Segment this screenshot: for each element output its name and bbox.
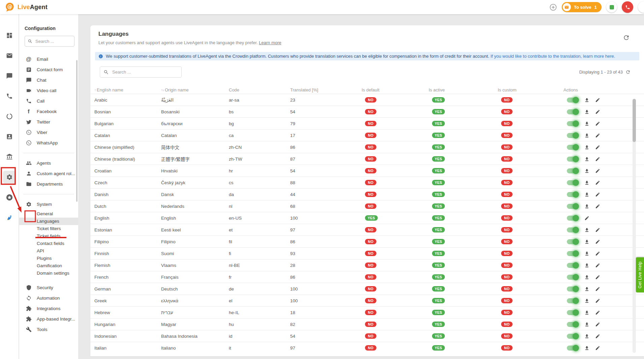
sidebar-subitem-gamification[interactable]: Gamification [23, 262, 78, 270]
active-toggle[interactable] [567, 168, 579, 173]
rail-item-phone[interactable] [4, 90, 15, 102]
edit-icon[interactable] [595, 263, 600, 268]
edit-icon[interactable] [595, 133, 600, 138]
sidebar-subitem-ticket-fields[interactable]: Ticket fields [23, 232, 78, 240]
sidebar-item-contact-form[interactable]: Contact form [23, 64, 78, 75]
edit-icon[interactable] [584, 216, 589, 221]
rail-item-dashboard[interactable] [4, 30, 15, 41]
edit-icon[interactable] [595, 121, 600, 126]
sidebar-item-video-call[interactable]: Video call [23, 85, 78, 96]
sidebar-item-call[interactable]: Call [23, 96, 78, 106]
download-icon[interactable] [584, 334, 589, 339]
download-icon[interactable] [584, 145, 589, 150]
sidebar-item-whatsapp[interactable]: WhatsApp [23, 138, 78, 148]
active-toggle[interactable] [567, 121, 579, 126]
edit-icon[interactable] [595, 180, 600, 185]
table-row[interactable]: Hungarian Magyar hu 82 NO YES NO [90, 318, 644, 330]
sidebar-item-departments[interactable]: Departments [23, 179, 78, 189]
edit-icon[interactable] [595, 286, 600, 292]
edit-icon[interactable] [595, 145, 600, 150]
edit-icon[interactable] [595, 251, 600, 256]
table-row[interactable]: Greek ελληνικά el 100 NO YES NO [90, 295, 644, 306]
sidebar-subitem-languages[interactable]: Languages [19, 218, 78, 225]
table-row[interactable]: English English en-US 100 YES YES NO [90, 212, 644, 224]
table-row[interactable]: Catalan Catalan ca 17 NO YES NO [90, 129, 644, 141]
sidebar-search-input[interactable] [35, 38, 71, 44]
agent-status-button[interactable] [638, 1, 644, 13]
table-row[interactable]: Indonesian Bahasa Indonesia id 54 NO YES… [90, 330, 644, 342]
download-icon[interactable] [584, 322, 589, 327]
edit-icon[interactable] [595, 98, 600, 103]
sidebar-item-integrations[interactable]: Integrations [23, 303, 78, 314]
table-row[interactable]: Bosnian Bosanski bs 54 NO YES NO [90, 106, 644, 117]
table-scrollbar[interactable] [633, 99, 636, 353]
sidebar-item-system[interactable]: System [23, 199, 78, 210]
sidebar-item-facebook[interactable]: fFacebook [23, 106, 78, 117]
rail-item-gear[interactable] [3, 171, 16, 184]
sidebar-search[interactable] [25, 36, 74, 47]
active-toggle[interactable] [567, 157, 579, 162]
active-toggle[interactable] [567, 298, 579, 303]
active-toggle[interactable] [567, 216, 579, 221]
rail-item-contacts[interactable] [4, 131, 15, 142]
edit-icon[interactable] [595, 227, 600, 232]
get-live-help-tab[interactable]: Get Live Help [636, 257, 644, 293]
download-icon[interactable] [584, 121, 589, 126]
active-toggle[interactable] [567, 227, 579, 232]
download-icon[interactable] [584, 227, 589, 232]
edit-icon[interactable] [595, 192, 600, 197]
download-icon[interactable] [584, 286, 589, 292]
sidebar-subitem-domain-settings[interactable]: Domain settings [23, 270, 78, 277]
sidebar-item-app-based-integr[interactable]: App-based Integr... [23, 314, 78, 324]
sidebar-item-automation[interactable]: Automation [23, 293, 78, 303]
rail-item-bank[interactable] [4, 151, 15, 163]
download-icon[interactable] [584, 346, 589, 351]
download-icon[interactable] [584, 251, 589, 256]
download-icon[interactable] [584, 298, 589, 303]
column-header-english-name[interactable]: ↑English name [94, 87, 161, 92]
edit-icon[interactable] [595, 346, 600, 351]
table-row[interactable]: Finnish Suomi fi 93 NO YES NO [90, 247, 644, 259]
table-search-input[interactable] [112, 69, 178, 75]
active-toggle[interactable] [567, 192, 579, 197]
table-row[interactable]: Croatian Hrvatski hr 54 NO YES NO [90, 165, 644, 176]
table-row[interactable]: Dutch Nederlands nl 68 NO YES NO [90, 200, 644, 212]
download-icon[interactable] [584, 180, 589, 185]
chat-status-button[interactable] [606, 2, 617, 12]
sidebar-item-chat[interactable]: Chat [23, 75, 78, 85]
download-icon[interactable] [584, 263, 589, 268]
phone-status-button[interactable] [622, 1, 633, 13]
download-icon[interactable] [584, 133, 589, 138]
sidebar-item-twitter[interactable]: Twitter [23, 117, 78, 127]
edit-icon[interactable] [595, 310, 600, 315]
rail-item-chat[interactable] [4, 70, 15, 82]
refresh-icon[interactable] [625, 70, 631, 75]
edit-icon[interactable] [595, 204, 600, 209]
sidebar-subitem-plugins[interactable]: Plugins [23, 255, 78, 262]
download-icon[interactable] [584, 192, 589, 197]
table-row[interactable]: Arabic العَرَبِيَّةُ ar-sa 23 NO YES NO [90, 94, 644, 106]
active-toggle[interactable] [567, 109, 579, 114]
active-toggle[interactable] [567, 334, 579, 339]
sidebar-item-custom-agent-rol[interactable]: Custom agent rol... [23, 168, 78, 179]
edit-icon[interactable] [595, 157, 600, 162]
edit-icon[interactable] [595, 109, 600, 114]
download-icon[interactable] [584, 168, 589, 173]
table-row[interactable]: Danish Dansk da 44 NO YES NO [90, 188, 644, 200]
download-icon[interactable] [584, 310, 589, 315]
sidebar-subitem-general[interactable]: General [23, 210, 78, 218]
to-solve-button[interactable]: To solve 1 [562, 2, 602, 12]
download-icon[interactable] [584, 109, 589, 114]
edit-icon[interactable] [595, 168, 600, 173]
scrollbar-thumb[interactable] [633, 99, 636, 142]
sidebar-scrollbar[interactable] [76, 60, 78, 202]
active-toggle[interactable] [567, 180, 579, 185]
banner-link[interactable]: If you would like to contribute to the t… [490, 54, 615, 59]
active-toggle[interactable] [567, 133, 579, 138]
download-icon[interactable] [584, 157, 589, 162]
column-header-origin-name[interactable]: ↑↓Origin name [161, 87, 229, 92]
active-toggle[interactable] [567, 251, 579, 256]
sidebar-item-viber[interactable]: Viber [23, 127, 78, 138]
table-row[interactable]: Chinese (traditional) 正體字/繁體字 zh-TW 87 N… [90, 153, 644, 165]
download-icon[interactable] [584, 204, 589, 209]
